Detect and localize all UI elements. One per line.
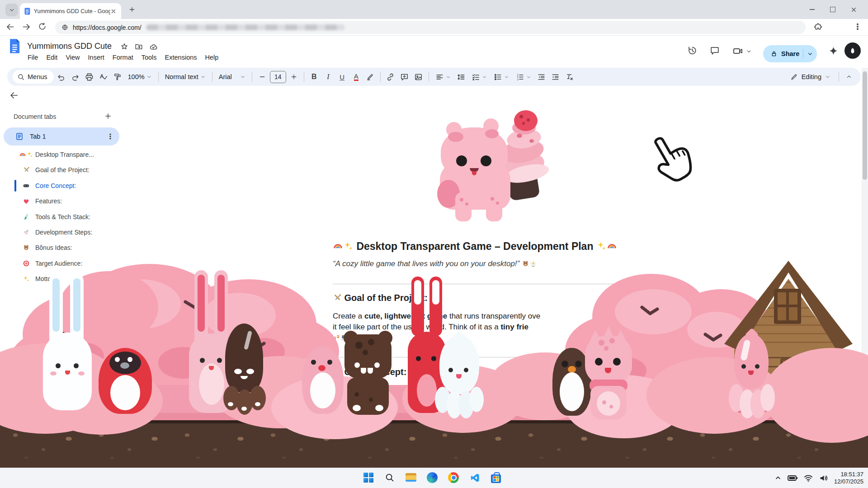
decrease-indent-button[interactable] [535,70,548,83]
clear-formatting-button[interactable] [563,70,576,83]
battery-icon[interactable] [787,473,798,483]
underline-button[interactable]: U [336,70,349,83]
print-button[interactable] [83,70,96,83]
font-size-field[interactable]: 14 [270,71,286,83]
menu-help[interactable]: Help [201,52,223,62]
outline-item-goal-of-the-project[interactable]: Goal of the Project: [22,163,123,177]
wifi-icon[interactable] [803,473,813,483]
share-button[interactable]: Share [763,45,817,62]
window-maximize-button[interactable] [826,5,840,14]
vscode-button[interactable] [466,469,483,486]
star-icon[interactable] [120,42,128,51]
font-select[interactable]: Arial [216,73,248,80]
comments-icon[interactable] [710,46,720,56]
checklist-select[interactable] [469,73,490,81]
creature-cat-pink[interactable] [583,333,634,419]
store-button[interactable] [487,469,505,486]
text-color-button[interactable]: A [350,70,363,83]
site-info-icon[interactable] [61,24,68,31]
creature-bear-choco[interactable] [344,334,392,415]
chrome-button[interactable] [445,469,462,486]
menu-tools[interactable]: Tools [137,52,161,62]
outline-item-target-audience[interactable]: Target Audience: [22,256,123,271]
window-close-button[interactable] [847,5,860,14]
window-minimize-button[interactable] [805,5,819,14]
file-explorer-button[interactable] [402,469,420,486]
outline-item-core-concept[interactable]: Core Concept: [22,178,123,193]
taskbar-search-button[interactable] [381,469,398,486]
outline-item-b-nus-ideas[interactable]: Bônus Ideas: [22,240,123,255]
tray-chevron-icon[interactable] [774,474,782,482]
italic-button[interactable]: I [322,70,335,83]
extensions-puzzle-icon[interactable] [814,23,822,31]
redo-button[interactable] [69,70,82,83]
creature-octopus-pink[interactable] [729,333,774,418]
outline-item-desktop-transpare[interactable]: Desktop Transpare... [22,147,123,162]
browser-menu-icon[interactable] [854,23,862,31]
menus-search-button[interactable]: Menus [13,70,54,84]
url-field[interactable]: https://docs.google.com/ [55,21,806,34]
browser-tab[interactable]: Yummimons GDD Cute - Goog [20,3,121,19]
menu-edit[interactable]: Edit [42,52,61,62]
account-avatar[interactable] [844,42,861,59]
line-spacing-button[interactable] [455,70,467,83]
meet-chevron-icon[interactable] [746,48,752,54]
bullet-list-select[interactable] [491,73,512,81]
outline-item-features[interactable]: Features: [22,194,123,208]
spellcheck-button[interactable] [97,70,110,83]
add-comment-button[interactable] [398,70,411,83]
add-tab-icon[interactable] [104,112,112,120]
paint-format-button[interactable] [111,70,124,83]
creature-ghost-white[interactable] [435,335,484,417]
editing-mode-select[interactable]: Editing [786,73,835,81]
creature-bird-red[interactable] [99,348,152,414]
back-icon[interactable] [5,22,15,32]
hide-menus-button[interactable] [843,70,855,83]
menu-format[interactable]: Format [108,52,137,62]
url-redacted-segment [146,24,345,30]
document-title-field[interactable]: Yummimons GDD Cute [27,42,112,51]
scrollbar-thumb[interactable] [863,71,867,180]
new-tab-button[interactable] [128,6,136,15]
creature-bird-pink[interactable] [302,346,344,414]
version-history-icon[interactable] [687,46,697,56]
creature-mushroom-choco[interactable] [222,324,267,415]
creature-bunny-white[interactable] [43,274,92,409]
insert-image-button[interactable] [412,70,425,83]
scrollbar[interactable] [862,68,868,468]
tab-close-icon[interactable] [110,8,117,14]
undo-button[interactable] [55,70,68,83]
menu-file[interactable]: File [24,52,42,62]
start-button[interactable] [360,469,377,486]
forward-icon[interactable] [22,22,31,32]
tab-options-icon[interactable] [107,133,114,140]
sidebar-back-icon[interactable] [9,90,19,100]
increase-indent-button[interactable] [549,70,562,83]
menu-insert[interactable]: Insert [84,52,108,62]
outline-item-tools-tech-stack[interactable]: Tools & Tech Stack: [22,210,123,224]
edge-button[interactable] [424,469,441,486]
share-chevron-icon[interactable] [807,51,813,57]
taskbar-clock[interactable]: 18:51:37 12/07/2025 [834,471,863,485]
menu-extensions[interactable]: Extensions [161,52,201,62]
align-select[interactable] [433,73,453,81]
insert-link-button[interactable] [384,70,397,83]
gemini-sparkle-icon[interactable] [828,46,839,56]
cat-cupcake-image[interactable] [436,112,549,223]
sidebar-tab-1[interactable]: Tab 1 [4,127,119,145]
font-size-decrease-button[interactable] [256,70,269,83]
menu-view[interactable]: View [61,52,84,62]
numbered-list-select[interactable]: 123 [513,73,534,81]
outline-item-development-steps[interactable]: Development Steps: [22,225,123,239]
zoom-select[interactable]: 100% [125,73,155,80]
docs-logo[interactable] [9,38,20,54]
paragraph-style-select[interactable]: Normal text [162,73,208,80]
font-size-increase-button[interactable] [288,70,300,83]
tab-search-button[interactable] [5,4,18,16]
bold-button[interactable]: B [308,70,321,83]
reload-icon[interactable] [38,22,47,31]
highlight-button[interactable] [364,70,377,83]
volume-icon[interactable] [819,473,829,483]
meet-call-icon[interactable] [732,46,743,56]
move-folder-icon[interactable] [135,42,143,51]
